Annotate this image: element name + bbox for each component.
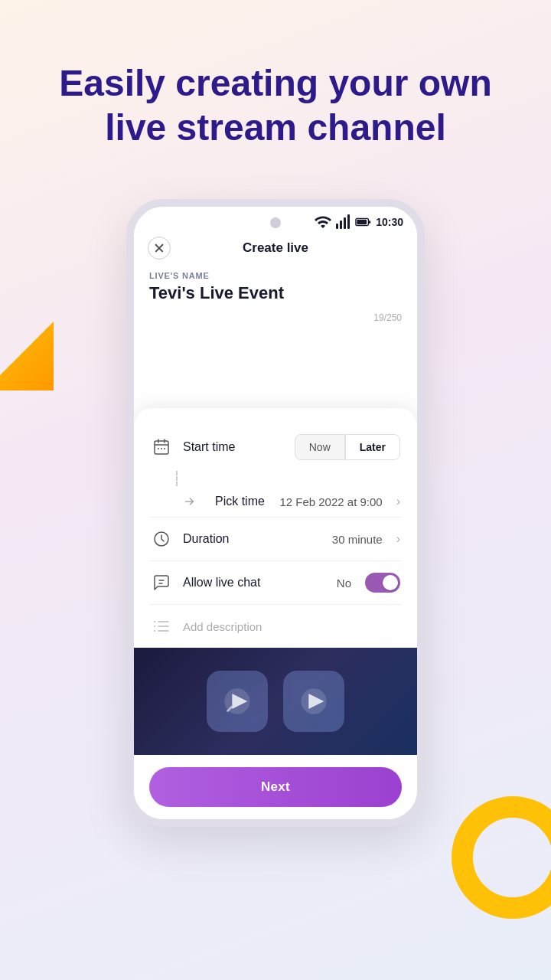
allow-chat-toggle[interactable]	[365, 573, 400, 593]
allow-chat-label: Allow live chat	[183, 576, 326, 590]
dashed-connector	[176, 471, 178, 486]
pick-time-row[interactable]: Pick time 12 Feb 2022 at 9:00 ›	[166, 486, 417, 517]
svg-point-13	[164, 448, 165, 449]
svg-rect-3	[347, 214, 350, 229]
description-icon	[151, 616, 172, 637]
live-name-value: Tevi's Live Event	[149, 283, 402, 303]
decorative-triangle	[0, 322, 54, 390]
toggle-knob	[383, 575, 398, 590]
next-button-label: Next	[261, 779, 290, 795]
screen-title: Create live	[243, 240, 308, 256]
right-arrow-icon	[183, 494, 198, 509]
signal-icon	[334, 213, 353, 231]
start-time-icon	[151, 436, 172, 458]
calendar-icon	[152, 438, 171, 456]
description-row[interactable]: Add description	[134, 605, 417, 648]
svg-rect-0	[336, 224, 338, 229]
svg-rect-1	[340, 220, 342, 229]
decorative-circle	[452, 796, 551, 919]
arrow-icon	[183, 494, 204, 509]
bottom-sheet: Start time Now Later Pick time 12 Feb 20…	[134, 408, 417, 819]
allow-chat-row: Allow live chat No	[134, 561, 417, 604]
svg-rect-2	[344, 217, 346, 229]
svg-point-11	[158, 448, 159, 449]
start-time-label: Start time	[183, 440, 284, 454]
chat-bubble-icon	[152, 573, 171, 592]
duration-value: 30 minute	[332, 533, 383, 546]
header-section: Easily creating your own live stream cha…	[0, 61, 551, 149]
live-name-label: LIVE'S NAME	[149, 271, 402, 280]
duration-label: Duration	[183, 532, 321, 546]
live-name-section: LIVE'S NAME Tevi's Live Event	[134, 265, 417, 311]
start-time-buttons: Now Later	[295, 434, 400, 460]
thumb-icon-2	[283, 671, 344, 732]
now-button[interactable]: Now	[295, 434, 345, 460]
later-button[interactable]: Later	[345, 434, 400, 460]
phone-camera	[270, 217, 281, 228]
thumbnail-area	[134, 648, 417, 755]
svg-point-12	[161, 448, 162, 449]
start-time-row: Start time Now Later	[134, 423, 417, 471]
svg-rect-6	[357, 220, 367, 224]
clock-icon	[152, 530, 171, 548]
status-icons	[314, 213, 372, 231]
thumbnail-icons	[207, 671, 344, 732]
duration-chevron: ›	[396, 532, 400, 546]
svg-rect-5	[369, 220, 371, 224]
status-time: 10:30	[376, 216, 403, 228]
screen-header: Create live	[134, 234, 417, 265]
wifi-icon	[314, 213, 332, 231]
close-button[interactable]	[148, 237, 171, 260]
thumb-icon-1	[207, 671, 268, 732]
char-count: 19/250	[134, 311, 417, 323]
pick-time-value: 12 Feb 2022 at 9:00	[279, 495, 382, 508]
header-title: Easily creating your own live stream cha…	[38, 61, 513, 149]
chat-icon	[151, 572, 172, 593]
pick-time-label: Pick time	[215, 495, 269, 508]
svg-rect-7	[155, 441, 168, 454]
play-icon-2	[298, 686, 329, 717]
play-icon-1	[222, 686, 253, 717]
duration-row[interactable]: Duration 30 minute ›	[134, 518, 417, 560]
next-button[interactable]: Next	[149, 767, 402, 807]
duration-icon	[151, 528, 172, 550]
description-placeholder: Add description	[183, 620, 262, 633]
pick-time-chevron: ›	[396, 495, 400, 508]
list-icon	[152, 617, 171, 635]
phone-mockup: 10:30 Create live LIVE'S NAME Tevi's Liv…	[126, 199, 425, 827]
allow-chat-value: No	[337, 577, 351, 590]
battery-icon	[355, 214, 372, 230]
